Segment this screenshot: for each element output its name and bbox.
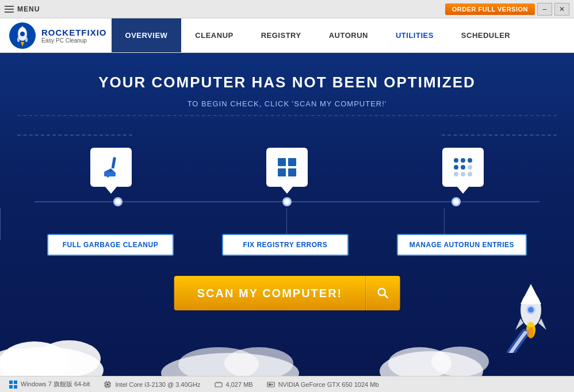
logo-name: ROCKETFIXIO (41, 28, 107, 37)
svg-point-41 (431, 347, 489, 376)
svg-rect-56 (215, 383, 222, 387)
svg-rect-11 (278, 168, 286, 176)
svg-point-13 (454, 158, 458, 163)
rocket-decoration (499, 278, 557, 353)
close-button[interactable]: ✕ (554, 3, 569, 16)
status-gpu-text: NVIDIA GeForce GTX 650 1024 Mb (278, 381, 379, 388)
nav-item-utilities[interactable]: UTILITIES (382, 18, 447, 52)
svg-rect-12 (288, 168, 296, 176)
nav-item-cleanup[interactable]: CLEANUP (181, 18, 247, 52)
logo-icon (9, 22, 36, 49)
svg-marker-5 (21, 42, 24, 47)
hero-subtitle: TO BEGIN CHECK, CLICK 'SCAN MY COMPUTER!… (0, 99, 574, 108)
v-connector-1 (0, 208, 1, 240)
deco-top-line (17, 115, 557, 116)
svg-rect-9 (278, 158, 286, 166)
clouds-decoration (0, 318, 574, 376)
timeline (35, 201, 539, 202)
svg-marker-29 (538, 318, 546, 330)
svg-rect-10 (288, 158, 296, 166)
feature-labels: FULL GARBAGE CLEANUP FIX REGISTRY ERRORS… (23, 234, 551, 256)
svg-rect-43 (14, 381, 17, 384)
autorun-icon-box (442, 148, 484, 187)
app-header: ROCKETFIXIO Easy PC Cleanup OVERVIEW CLE… (0, 18, 574, 53)
hero-title: YOUR COMPUTER HAS NOT BEEN OPTIMIZED (0, 74, 574, 91)
status-ram-text: 4,027 MB (226, 381, 253, 388)
svg-point-19 (454, 172, 458, 176)
svg-marker-28 (515, 318, 523, 330)
logo-area: ROCKETFIXIO Easy PC Cleanup (9, 22, 107, 49)
manage-autorun-entries-button[interactable]: MANAGE AUTORUN ENTRIES (397, 234, 527, 256)
status-gpu: NVIDIA GeForce GTX 650 1024 Mb (267, 381, 379, 389)
svg-rect-8 (104, 172, 116, 176)
svg-point-27 (528, 307, 534, 313)
minimize-button[interactable]: – (537, 3, 552, 16)
svg-point-18 (468, 165, 472, 170)
logo-sub: Easy PC Cleanup (41, 37, 107, 44)
svg-rect-61 (269, 383, 271, 386)
title-bar-left: MENU (5, 5, 40, 13)
svg-point-17 (461, 165, 465, 170)
title-bar: MENU ORDER FULL VERSION – ✕ (0, 0, 574, 18)
order-full-version-button[interactable]: ORDER FULL VERSION (445, 3, 535, 15)
deco-right-line (442, 134, 557, 136)
scan-search-icon[interactable] (365, 276, 400, 310)
features-row (23, 148, 551, 187)
main-content: YOUR COMPUTER HAS NOT BEEN OPTIMIZED TO … (0, 53, 574, 376)
status-cpu: Intel Core i3-2130 @ 3.40GHz (104, 381, 200, 389)
deco-left-line (17, 134, 132, 136)
svg-point-16 (454, 165, 458, 170)
status-bar: Windows 7 旗舰版 64-bit Intel Core i3-2130 … (0, 376, 574, 392)
feature-registry (266, 148, 308, 187)
svg-line-23 (384, 295, 388, 298)
full-garbage-cleanup-button[interactable]: FULL GARBAGE CLEANUP (47, 234, 174, 256)
timeline-dot-2 (282, 197, 292, 206)
feature-autorun (442, 148, 484, 187)
status-os-text: Windows 7 旗舰版 64-bit (21, 380, 90, 389)
status-cpu-text: Intel Core i3-2130 @ 3.40GHz (115, 381, 200, 388)
svg-rect-3 (17, 37, 20, 42)
registry-icon-box (266, 148, 308, 187)
main-nav: OVERVIEW CLEANUP REGISTRY AUTORUN UTILIT… (112, 18, 525, 52)
status-os: Windows 7 旗舰版 64-bit (9, 380, 90, 389)
status-ram: 4,027 MB (215, 381, 253, 389)
title-bar-right: ORDER FULL VERSION – ✕ (445, 3, 569, 16)
svg-point-2 (20, 32, 25, 36)
timeline-dot-1 (113, 197, 123, 206)
menu-icon[interactable] (5, 6, 14, 13)
svg-point-20 (461, 172, 465, 176)
svg-rect-47 (106, 383, 109, 386)
timeline-dot-3 (451, 197, 461, 206)
svg-point-15 (468, 158, 472, 163)
svg-rect-45 (14, 385, 17, 389)
svg-rect-4 (25, 37, 28, 42)
svg-marker-25 (521, 284, 541, 304)
hero-section: YOUR COMPUTER HAS NOT BEEN OPTIMIZED TO … (0, 53, 574, 108)
feature-cleanup (90, 148, 132, 187)
scan-button-wrapper: SCAN MY COMPUTER! (174, 276, 400, 310)
menu-label: MENU (17, 5, 40, 13)
svg-rect-42 (9, 381, 13, 384)
scan-my-computer-button[interactable]: SCAN MY COMPUTER! (174, 276, 366, 310)
svg-point-62 (271, 383, 273, 385)
svg-point-34 (37, 340, 101, 376)
nav-item-autorun[interactable]: AUTORUN (315, 18, 382, 52)
fix-registry-errors-button[interactable]: FIX REGISTRY ERRORS (222, 234, 349, 256)
scan-button-label: SCAN MY COMPUTER! (197, 287, 343, 299)
svg-point-14 (461, 158, 465, 163)
nav-item-overview[interactable]: OVERVIEW (112, 18, 182, 52)
svg-rect-44 (9, 385, 13, 389)
logo-text: ROCKETFIXIO Easy PC Cleanup (41, 28, 107, 44)
svg-point-21 (468, 172, 472, 176)
cleanup-icon-box (90, 148, 132, 187)
nav-item-scheduler[interactable]: SCHEDULER (447, 18, 524, 52)
nav-item-registry[interactable]: REGISTRY (247, 18, 315, 52)
svg-rect-6 (112, 157, 116, 169)
